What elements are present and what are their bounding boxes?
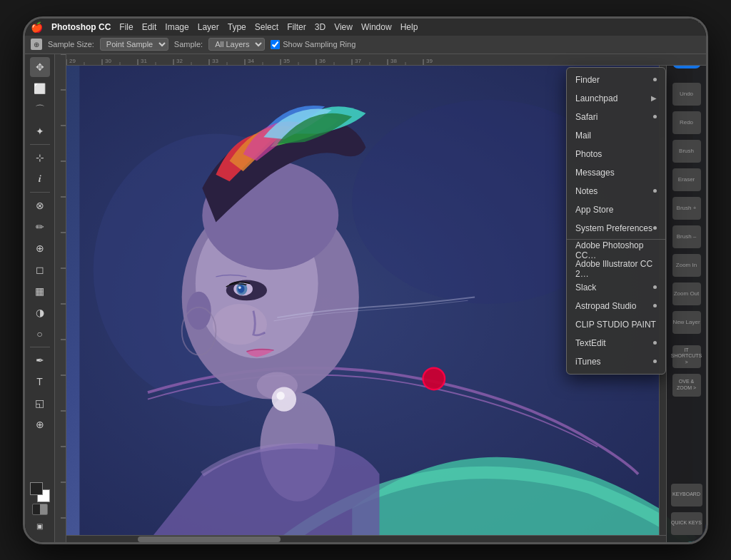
redo-button[interactable]: Redo bbox=[672, 111, 701, 134]
finder-dot bbox=[653, 78, 657, 81]
svg-rect-0 bbox=[66, 54, 706, 66]
keyboard-button[interactable]: KEYBOARD bbox=[671, 484, 702, 506]
undo-label: Undo bbox=[680, 91, 693, 98]
menu-item-clip-studio-label: CLIP STUDIO PAINT bbox=[575, 320, 656, 330]
sample-size-select[interactable]: Point Sample bbox=[100, 38, 168, 51]
menu-item-system-preferences[interactable]: System Preferences bbox=[567, 219, 665, 238]
menu-item-astropad-label: Astropad Studio bbox=[575, 301, 636, 311]
zoom-tool[interactable]: ⊕ bbox=[30, 414, 50, 434]
svg-text:36: 36 bbox=[319, 58, 326, 64]
horizontal-scrollbar[interactable] bbox=[66, 535, 666, 542]
fg-color-swatch[interactable] bbox=[30, 482, 43, 495]
eyedropper-tool[interactable]: 𝒊 bbox=[30, 169, 50, 189]
quick-mask-mode[interactable] bbox=[32, 504, 48, 515]
eraser-tool[interactable]: ◻ bbox=[30, 260, 50, 280]
menu-item-finder-label: Finder bbox=[575, 75, 600, 85]
tool-divider-2 bbox=[30, 192, 50, 193]
zoom-out-button[interactable]: Zoom Out bbox=[672, 282, 701, 305]
menu-item-safari[interactable]: Safari bbox=[567, 108, 665, 126]
menu-file[interactable]: File bbox=[119, 22, 133, 32]
blur-tool[interactable]: ◑ bbox=[30, 302, 50, 322]
brush-tool[interactable]: ✏ bbox=[30, 217, 50, 237]
menu-window[interactable]: Window bbox=[361, 22, 392, 32]
new-layer-label: New Layer bbox=[672, 319, 700, 326]
move-tool[interactable]: ✥ bbox=[30, 57, 50, 77]
menu-item-clip-studio[interactable]: CLIP STUDIO PAINT bbox=[567, 315, 665, 334]
sample-label: Sample: bbox=[174, 40, 203, 49]
menu-item-messages-label: Messages bbox=[575, 168, 615, 178]
menu-select[interactable]: Select bbox=[255, 22, 278, 32]
menu-image[interactable]: Image bbox=[165, 22, 188, 32]
menu-item-finder[interactable]: Finder bbox=[567, 71, 665, 89]
menu-item-photos-label: Photos bbox=[575, 149, 602, 159]
show-sampling-ring-checkbox[interactable]: Show Sampling Ring bbox=[271, 40, 356, 49]
menu-filter[interactable]: Filter bbox=[287, 22, 306, 32]
svg-text:39: 39 bbox=[426, 58, 433, 64]
h-scrollbar-thumb[interactable] bbox=[138, 536, 281, 542]
eyedropper-tool-icon[interactable]: ⊕ bbox=[31, 39, 42, 50]
crop-tool[interactable]: ⊹ bbox=[30, 148, 50, 168]
pen-tool[interactable]: ✒ bbox=[30, 350, 50, 370]
menu-view[interactable]: View bbox=[334, 22, 353, 32]
menu-item-slack[interactable]: Slack bbox=[567, 278, 665, 297]
zoom-in-label: Zoom In bbox=[676, 262, 697, 269]
magic-wand-tool[interactable]: ✦ bbox=[30, 121, 50, 141]
svg-text:34: 34 bbox=[248, 58, 254, 64]
keyboard-label: KEYBOARD bbox=[672, 492, 700, 497]
menu-item-launchpad[interactable]: Launchpad ▶ bbox=[567, 89, 665, 108]
menu-item-messages[interactable]: Messages bbox=[567, 163, 665, 182]
new-layer-button[interactable]: New Layer bbox=[672, 311, 701, 334]
options-toolbar: ⊕ Sample Size: Point Sample Sample: All … bbox=[25, 36, 706, 54]
fg-bg-color[interactable] bbox=[30, 482, 50, 502]
menu-item-notes[interactable]: Notes bbox=[567, 182, 665, 200]
svg-point-64 bbox=[276, 392, 284, 399]
screen-mode-icon[interactable]: ▣ bbox=[30, 516, 50, 536]
sample-layers-select[interactable]: All Layers bbox=[208, 38, 265, 51]
gradient-tool[interactable]: ▦ bbox=[30, 281, 50, 301]
menu-item-photos[interactable]: Photos bbox=[567, 145, 665, 163]
brush-button[interactable]: Brush bbox=[672, 140, 701, 163]
zoom-in-button[interactable]: Zoom In bbox=[672, 254, 701, 277]
shape-tool[interactable]: ◱ bbox=[30, 393, 50, 413]
brush-minus-button[interactable]: Brush – bbox=[672, 225, 701, 248]
type-tool[interactable]: T bbox=[30, 372, 50, 392]
svg-text:35: 35 bbox=[283, 58, 290, 64]
menu-help[interactable]: Help bbox=[400, 22, 418, 32]
menu-item-app-store[interactable]: App Store bbox=[567, 200, 665, 219]
rectangle-select-tool[interactable]: ⬜ bbox=[30, 78, 50, 98]
menu-edit[interactable]: Edit bbox=[142, 22, 157, 32]
menu-item-photoshop-cc[interactable]: Adobe Photoshop CC… bbox=[567, 241, 665, 260]
move-zoom-button[interactable]: OVE & ZOOM > bbox=[672, 374, 701, 397]
menu-item-notes-label: Notes bbox=[575, 186, 598, 196]
context-menu: Finder Launchpad ▶ Safari Mail Photos Me… bbox=[566, 67, 666, 375]
menu-item-textedit-label: TextEdit bbox=[575, 338, 606, 348]
menu-item-slack-label: Slack bbox=[575, 282, 596, 292]
menu-layer[interactable]: Layer bbox=[198, 22, 219, 32]
quick-keys-button[interactable]: QUICK KEYS bbox=[671, 512, 702, 535]
menu-item-mail[interactable]: Mail bbox=[567, 126, 665, 145]
dodge-tool[interactable]: ○ bbox=[30, 324, 50, 344]
spot-heal-tool[interactable]: ⊗ bbox=[30, 195, 50, 215]
device-frame: 🍎 Photoshop CC File Edit Image Layer Typ… bbox=[23, 16, 708, 544]
shortcuts-button[interactable]: IT SHORTCUTS > bbox=[672, 345, 701, 368]
menu-item-textedit[interactable]: TextEdit bbox=[567, 334, 665, 352]
menu-item-safari-label: Safari bbox=[575, 112, 598, 122]
clone-tool[interactable]: ⊕ bbox=[30, 238, 50, 258]
menu-item-itunes-label: iTunes bbox=[575, 357, 601, 367]
menu-item-itunes[interactable]: iTunes bbox=[567, 352, 665, 371]
brush-minus-label: Brush – bbox=[677, 233, 697, 240]
menu-type[interactable]: Type bbox=[228, 22, 246, 32]
undo-button[interactable]: Undo bbox=[672, 83, 701, 106]
brush-plus-button[interactable]: Brush + bbox=[672, 197, 701, 220]
brush-label: Brush bbox=[679, 148, 694, 155]
lasso-tool[interactable]: ⌒ bbox=[30, 100, 50, 120]
apple-logo-icon[interactable]: 🍎 bbox=[31, 21, 43, 33]
svg-text:29: 29 bbox=[69, 58, 76, 64]
sys-pref-dot bbox=[653, 226, 657, 230]
menu-item-astropad[interactable]: Astropad Studio bbox=[567, 297, 665, 315]
sample-size-label: Sample Size: bbox=[48, 40, 94, 49]
menu-item-illustrator-cc[interactable]: Adobe Illustrator CC 2… bbox=[567, 260, 665, 278]
menu-3d[interactable]: 3D bbox=[315, 22, 326, 32]
app-menu-photoshop[interactable]: Photoshop CC bbox=[51, 22, 111, 32]
eraser-button[interactable]: Eraser bbox=[672, 168, 701, 191]
